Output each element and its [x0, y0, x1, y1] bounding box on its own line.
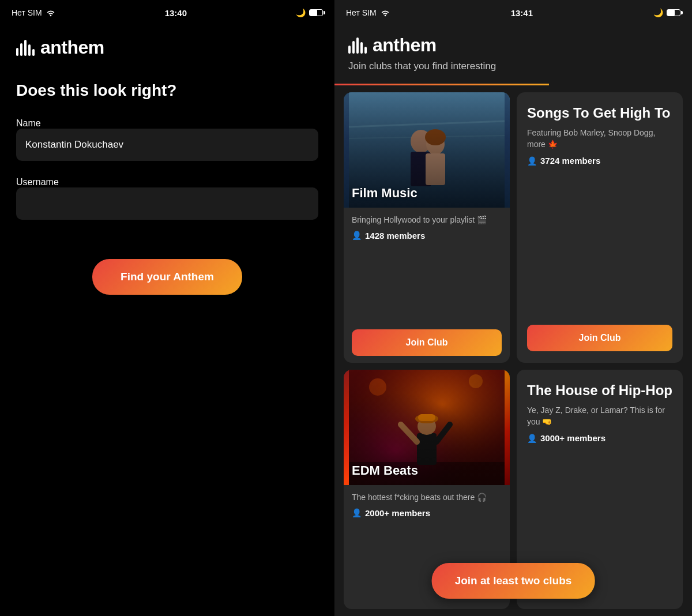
edm-members-count: 2000+ members: [365, 508, 430, 518]
logo-bars-icon: [16, 40, 35, 56]
right-time: 13:41: [511, 8, 533, 18]
songs-members-icon: 👤: [527, 156, 537, 166]
progress-bar: [334, 84, 549, 85]
hip-hop-description: Ye, Jay Z, Drake, or Lamar? This is for …: [527, 405, 672, 427]
right-wifi-icon: [380, 9, 390, 17]
edm-description: The hottest f*cking beats out there 🎧: [352, 492, 502, 504]
right-subtitle: Join clubs that you find interesting: [348, 61, 678, 72]
film-music-image: Film Music: [344, 92, 510, 208]
club-card-songs-high: Songs To Get High To Featuring Bob Marle…: [517, 92, 683, 363]
right-anthem-logo: anthem: [348, 35, 678, 56]
left-status-icons: 🌙: [296, 8, 323, 17]
join-two-clubs-button[interactable]: Join at least two clubs: [432, 563, 595, 599]
name-label: Name: [16, 118, 41, 128]
edm-bg: EDM Beats: [344, 370, 510, 485]
hip-hop-members-count: 3000+ members: [540, 433, 606, 443]
edm-image: EDM Beats: [344, 370, 510, 485]
right-logo-bars-icon: [348, 37, 367, 54]
right-battery-icon: [667, 9, 680, 16]
film-music-description: Bringing Hollywood to your playlist 🎬: [352, 215, 502, 226]
right-panel: Нет SIM 13:41 🌙 anthem Join clubs that: [334, 0, 692, 616]
right-carrier: Нет SIM: [346, 8, 390, 17]
members-icon: 👤: [352, 231, 362, 240]
film-music-name-overlay: Film Music: [352, 186, 418, 201]
carrier-text: Нет SIM: [12, 8, 42, 17]
right-carrier-text: Нет SIM: [346, 8, 377, 17]
clubs-grid: Film Music Bringing Hollywood to your pl…: [334, 85, 692, 616]
left-time: 13:40: [165, 8, 187, 18]
club-card-film-music: Film Music Bringing Hollywood to your pl…: [344, 92, 510, 363]
edm-name-overlay: EDM Beats: [352, 463, 418, 478]
hip-hop-title: The House of Hip-Hop: [527, 381, 672, 399]
film-music-members: 👤 1428 members: [352, 231, 502, 241]
hip-hop-members-icon: 👤: [527, 434, 537, 443]
left-form-content: Does this look right? Name Username Find…: [0, 64, 334, 616]
songs-high-members-count: 3724 members: [540, 156, 600, 166]
username-input[interactable]: [16, 187, 318, 220]
film-music-members-count: 1428 members: [365, 231, 425, 241]
progress-bar-container: [334, 84, 692, 85]
songs-high-members: 👤 3724 members: [527, 156, 672, 166]
wifi-icon: [46, 9, 56, 17]
battery-icon: [309, 9, 323, 16]
songs-high-join-button[interactable]: Join Club: [527, 325, 672, 351]
left-app-header: anthem: [0, 25, 334, 64]
username-label: Username: [16, 177, 59, 187]
edm-members-icon: 👤: [352, 508, 362, 517]
hip-hop-members: 👤 3000+ members: [527, 433, 672, 443]
left-panel: Нет SIM 13:40 🌙 anthem Does t: [0, 0, 334, 616]
form-title: Does this look right?: [16, 81, 318, 100]
left-logo-title: anthem: [40, 37, 104, 58]
right-status-bar: Нет SIM 13:41 🌙: [334, 0, 692, 25]
film-music-join-button[interactable]: Join Club: [352, 329, 502, 356]
right-app-header: anthem Join clubs that you find interest…: [334, 25, 692, 84]
left-carrier: Нет SIM: [12, 8, 56, 17]
find-anthem-button[interactable]: Find your Anthem: [92, 259, 242, 295]
titanic-image: Film Music: [344, 92, 510, 208]
film-music-body: Bringing Hollywood to your playlist 🎬 👤 …: [344, 208, 510, 363]
left-status-bar: Нет SIM 13:40 🌙: [0, 0, 334, 25]
edm-members: 👤 2000+ members: [352, 508, 502, 518]
right-moon-icon: 🌙: [653, 8, 663, 17]
right-logo-title: anthem: [373, 35, 437, 56]
right-status-icons: 🌙: [653, 8, 680, 17]
songs-high-description: Featuring Bob Marley, Snoop Dogg, more 🍁: [527, 127, 672, 150]
songs-high-title: Songs To Get High To: [527, 104, 672, 122]
moon-icon: 🌙: [296, 8, 306, 17]
name-input[interactable]: [16, 129, 318, 161]
left-anthem-logo: anthem: [16, 37, 104, 58]
